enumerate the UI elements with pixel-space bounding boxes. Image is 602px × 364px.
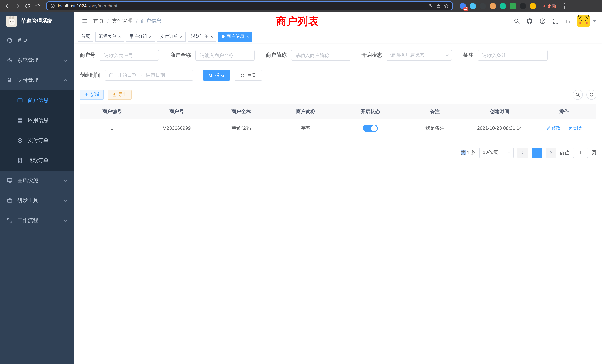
page-number-button[interactable]: 1 [532, 147, 542, 158]
trash-icon [568, 126, 572, 130]
extension-icon[interactable] [500, 3, 506, 9]
close-icon[interactable]: × [180, 34, 182, 39]
close-icon[interactable]: × [118, 34, 121, 39]
page-size-select[interactable]: 10条/页 [479, 147, 514, 158]
create-time-range-picker[interactable]: 开始日期 - 结束日期 [105, 70, 193, 81]
chevron-right-icon [549, 151, 552, 154]
url-path: /pay/merchant [89, 3, 117, 9]
extension-icon[interactable] [470, 3, 476, 9]
reset-button[interactable]: 重置 [235, 70, 262, 81]
extension-icon[interactable] [490, 3, 496, 9]
sidebar-item-dev-tools[interactable]: 研发工具 [0, 191, 74, 211]
hamburger-icon[interactable] [80, 17, 87, 25]
sidebar-item-system[interactable]: 系统管理 [0, 50, 74, 70]
cell-merchant-id: 1 [80, 119, 144, 138]
key-icon[interactable] [428, 3, 433, 9]
col-short-name: 商户简称 [274, 104, 338, 119]
merchant-full-name-input[interactable] [195, 50, 255, 61]
tab-pay-order[interactable]: 支付订单× [157, 32, 186, 41]
chevron-down-icon [64, 58, 67, 62]
sidebar-item-label: 研发工具 [17, 197, 38, 204]
extension-icon[interactable] [530, 3, 536, 9]
refresh-table-button[interactable] [586, 90, 596, 100]
sidebar-item-merchant-info[interactable]: 商户信息 [0, 90, 74, 110]
tab-process-form[interactable]: 流程表单× [95, 32, 124, 41]
browser-update-button[interactable]: 更新 [543, 3, 556, 9]
home-icon[interactable] [34, 3, 41, 9]
github-icon[interactable] [526, 18, 533, 24]
merchant-no-input[interactable] [100, 50, 159, 61]
forward-icon[interactable] [14, 3, 21, 9]
sidebar-item-label: 应用信息 [28, 117, 49, 124]
search-button[interactable]: 搜索 [203, 70, 230, 81]
info-icon[interactable] [50, 3, 55, 9]
browser-menu-icon[interactable] [564, 3, 565, 9]
avatar-caret-icon[interactable] [593, 20, 596, 22]
bookmark-star-icon[interactable] [444, 3, 449, 9]
url-host: localhost:1024 [58, 3, 86, 9]
url-bar[interactable]: localhost:1024/pay/merchant [46, 1, 453, 10]
reload-icon[interactable] [24, 3, 31, 9]
search-icon[interactable] [513, 18, 520, 24]
chevron-down-icon [507, 150, 511, 154]
close-icon[interactable]: × [246, 34, 249, 39]
next-page-button[interactable] [546, 147, 556, 158]
sidebar-item-label: 工作流程 [17, 217, 38, 224]
back-icon[interactable] [4, 3, 11, 9]
extension-icon[interactable] [510, 3, 516, 9]
col-full-name: 商户全称 [209, 104, 274, 119]
font-size-icon[interactable]: TT [565, 18, 571, 24]
sidebar-menu: 首页 系统管理 ¥ 支付管理 商户信息 [0, 30, 74, 231]
help-icon[interactable] [539, 18, 546, 24]
sidebar-item-refund-order[interactable]: 退款订单 [0, 150, 74, 171]
goto-page-input[interactable] [573, 147, 588, 158]
filter-label: 创建时间 [80, 72, 100, 79]
edit-link[interactable]: 修改 [546, 125, 560, 131]
share-icon[interactable] [436, 3, 441, 9]
tab-merchant-info[interactable]: 商户信息× [218, 32, 252, 41]
close-icon[interactable]: × [149, 34, 152, 39]
col-actions: 操作 [532, 104, 597, 119]
card-icon [17, 97, 23, 103]
app-logo[interactable]: 芋道管理系统 [0, 12, 74, 30]
top-navbar: 首页 / 支付管理 / 商户信息 商户列表 TT [74, 12, 602, 30]
sidebar-item-workflow[interactable]: 工作流程 [0, 211, 74, 231]
breadcrumb-payment[interactable]: 支付管理 [112, 18, 133, 24]
extension-icon[interactable]: 10 [460, 3, 466, 9]
tab-home[interactable]: 首页 [78, 32, 93, 41]
tab-user-group[interactable]: 用户分组× [126, 32, 155, 41]
col-merchant-no: 商户号 [144, 104, 209, 119]
extension-icon[interactable] [480, 3, 486, 9]
sidebar-item-infrastructure[interactable]: 基础设施 [0, 171, 74, 191]
sidebar-item-home[interactable]: 首页 [0, 30, 74, 50]
extension-icon[interactable] [520, 3, 526, 9]
sidebar-item-pay-order[interactable]: 支付订单 [0, 130, 74, 150]
tab-refund-order[interactable]: 退款订单× [188, 32, 216, 41]
toolbox-icon [7, 198, 13, 203]
workflow-icon [7, 218, 13, 224]
prev-page-button[interactable] [517, 147, 528, 158]
breadcrumb-home[interactable]: 首页 [93, 18, 104, 24]
status-select[interactable]: 请选择开启状态 [387, 50, 452, 61]
export-button[interactable]: 导出 [108, 90, 132, 100]
close-icon[interactable]: × [211, 34, 213, 39]
sidebar-item-payment[interactable]: ¥ 支付管理 [0, 70, 74, 90]
chevron-down-icon [64, 218, 67, 222]
add-button[interactable]: 新增 [80, 90, 104, 100]
sidebar-item-label: 商户信息 [28, 97, 49, 104]
toggle-search-button[interactable] [573, 90, 583, 100]
remark-input[interactable] [478, 50, 548, 61]
col-status: 开启状态 [338, 104, 403, 119]
sidebar-item-app-info[interactable]: 应用信息 [0, 110, 74, 130]
avatar[interactable] [577, 15, 590, 27]
cell-merchant-no: M233666999 [144, 119, 209, 138]
merchant-short-name-input[interactable] [291, 50, 350, 61]
status-toggle[interactable] [363, 125, 378, 132]
goto-label: 前往 [560, 149, 569, 156]
date-separator: - [140, 73, 142, 78]
fullscreen-icon[interactable] [552, 18, 559, 24]
dashboard-icon [7, 37, 13, 43]
filter-label: 商户全称 [170, 52, 191, 59]
delete-link[interactable]: 删除 [568, 125, 582, 131]
cell-full-name: 芋道源码 [209, 119, 274, 138]
